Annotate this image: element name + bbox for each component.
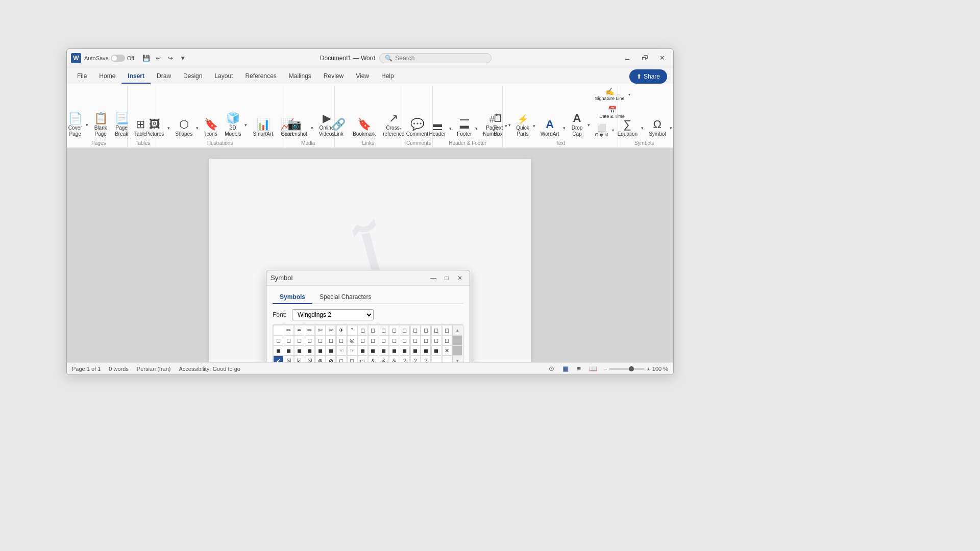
symbol-cell[interactable]: ◻ <box>336 356 347 362</box>
dialog-tab-special-characters[interactable]: Special Characters <box>312 291 378 304</box>
symbol-cell[interactable]: ◻ <box>305 335 315 345</box>
symbol-cell[interactable]: ◻ <box>389 335 399 345</box>
symbol-cell[interactable]: ◻ <box>357 335 368 345</box>
dialog-tab-symbols[interactable]: Symbols <box>273 291 312 304</box>
smartart-button[interactable]: 📊 SmartArt <box>250 117 276 139</box>
web-layout-button[interactable]: ≡ <box>575 364 582 373</box>
symbol-cell[interactable]: ◼ <box>400 345 410 356</box>
tab-design[interactable]: Design <box>177 69 208 84</box>
symbol-cell[interactable]: ◼ <box>368 345 378 356</box>
undo-button[interactable]: ↩ <box>153 53 164 64</box>
3d-models-arrow[interactable]: ▾ <box>243 120 249 130</box>
symbol-cell[interactable] <box>273 325 283 335</box>
dialog-minimize-button[interactable]: — <box>428 273 439 283</box>
symbol-cell[interactable] <box>442 356 452 362</box>
symbol-cell[interactable]: ◼ <box>379 345 389 356</box>
redo-button[interactable]: ↪ <box>165 53 176 64</box>
object-button[interactable]: ⬜ Object <box>593 122 611 140</box>
textbox-button[interactable]: 🗒 TextBox <box>489 111 507 139</box>
symbol-cell[interactable]: ✔ <box>273 356 283 362</box>
wordart-button[interactable]: A WordArt <box>538 117 562 139</box>
symbol-cell[interactable]: ◻ <box>368 335 378 345</box>
symbol-cell[interactable]: ◼ <box>431 345 442 356</box>
footer-button[interactable]: ▬ Footer <box>454 117 474 139</box>
share-button[interactable]: ⬆ Share <box>629 69 667 84</box>
blank-page-button[interactable]: 📋 BlankPage <box>91 111 111 139</box>
dialog-close-button[interactable]: ✕ <box>454 273 465 283</box>
textbox-arrow[interactable]: ▾ <box>507 120 512 130</box>
screenshot-button[interactable]: 📷 Screenshot <box>279 117 310 139</box>
dropcap-arrow[interactable]: ▾ <box>586 120 592 130</box>
bookmark-button[interactable]: 🔖 Bookmark <box>350 117 379 139</box>
symbol-cell[interactable]: ◻ <box>357 325 368 335</box>
tab-mailings[interactable]: Mailings <box>283 69 317 84</box>
tab-home[interactable]: Home <box>93 69 121 84</box>
symbol-cell[interactable]: ? <box>410 356 421 362</box>
symbol-cell[interactable]: ◻ <box>421 335 431 345</box>
symbol-cell[interactable]: ◻ <box>273 335 283 345</box>
icons-button[interactable]: 🔖 Icons <box>201 117 221 139</box>
symbol-cell[interactable]: ◻ <box>431 335 442 345</box>
zoom-slider[interactable] <box>609 368 645 370</box>
quick-parts-arrow[interactable]: ▾ <box>532 121 537 131</box>
symbol-cell[interactable]: ✕ <box>442 345 452 356</box>
window-close-button[interactable]: ✕ <box>655 53 669 64</box>
symbol-cell[interactable]: ✂ <box>326 325 336 335</box>
pictures-button[interactable]: 🖼 Pictures <box>143 117 166 139</box>
pictures-arrow[interactable]: ▾ <box>166 123 172 133</box>
tab-review[interactable]: Review <box>317 69 350 84</box>
symbol-cell[interactable]: ◻ <box>410 325 421 335</box>
symbol-cell[interactable]: ет <box>357 356 368 362</box>
wordart-arrow[interactable]: ▾ <box>562 123 567 133</box>
symbol-cell[interactable]: ? <box>400 356 410 362</box>
cover-page-button[interactable]: 📄 CoverPage <box>66 111 85 139</box>
save-button[interactable]: 💾 <box>140 53 152 64</box>
symbol-cell[interactable]: ❜ <box>347 325 357 335</box>
symbol-cell[interactable]: ◻ <box>400 335 410 345</box>
cover-page-arrow[interactable]: ▾ <box>85 120 90 130</box>
symbol-cell[interactable]: ◻ <box>336 335 347 345</box>
symbol-cell[interactable]: ☒ <box>284 356 294 362</box>
symbol-cell[interactable]: ◻ <box>284 335 294 345</box>
symbol-cell[interactable]: ◻ <box>389 325 399 335</box>
symbol-cell[interactable]: ? <box>421 356 431 362</box>
symbol-cell[interactable]: & <box>368 356 378 362</box>
tab-layout[interactable]: Layout <box>208 69 239 84</box>
symbol-cell[interactable]: ☑ <box>294 356 304 362</box>
font-select[interactable]: Wingdings 2 Symbol Webdings Wingdings Wi… <box>292 309 374 320</box>
print-layout-button[interactable]: ▦ <box>561 364 570 373</box>
autosave-toggle[interactable] <box>111 55 125 62</box>
symbol-cell[interactable]: ◻ <box>315 335 326 345</box>
3d-models-button[interactable]: 🧊 3DModels <box>222 111 243 139</box>
dropcap-button[interactable]: A DropCap <box>568 111 586 139</box>
symbol-cell[interactable]: & <box>389 356 399 362</box>
shapes-arrow[interactable]: ▾ <box>195 123 200 133</box>
symbol-cell[interactable]: ⊘ <box>326 356 336 362</box>
symbol-cell[interactable]: ◼ <box>410 345 421 356</box>
equation-arrow[interactable]: ▾ <box>640 123 645 133</box>
symbol-cell[interactable]: ◼ <box>284 345 294 356</box>
customize-qat-button[interactable]: ▼ <box>177 53 188 64</box>
symbol-cell[interactable]: ◻ <box>400 325 410 335</box>
tab-insert[interactable]: Insert <box>121 69 151 84</box>
tab-draw[interactable]: Draw <box>151 69 177 84</box>
symbol-cell[interactable]: ◻ <box>442 325 452 335</box>
shapes-button[interactable]: ⬡ Shapes <box>173 117 195 139</box>
symbol-cell[interactable]: ◼ <box>315 345 326 356</box>
footer-arrow[interactable]: ▾ <box>474 124 479 133</box>
screenshot-arrow[interactable]: ▾ <box>310 123 315 133</box>
focus-mode-button[interactable]: ⊙ <box>547 364 556 373</box>
symbol-cell[interactable]: ◻ <box>347 356 357 362</box>
symbol-cell[interactable]: ◼ <box>357 345 368 356</box>
symbol-cell[interactable]: ◻ <box>368 325 378 335</box>
symbol-arrow[interactable]: ▾ <box>669 123 674 133</box>
symbol-cell[interactable]: ✏ <box>305 325 315 335</box>
symbol-cell[interactable]: ☜ <box>336 345 347 356</box>
symbol-cell[interactable]: ◼ <box>305 345 315 356</box>
link-button[interactable]: 🔗 Link <box>329 117 349 139</box>
symbol-cell[interactable]: ◻ <box>431 325 442 335</box>
symbol-cell[interactable]: ◼ <box>294 345 304 356</box>
symbol-cell[interactable]: ◻ <box>410 335 421 345</box>
symbol-cell[interactable]: ☒ <box>305 356 315 362</box>
search-bar[interactable]: 🔍 <box>379 53 492 63</box>
